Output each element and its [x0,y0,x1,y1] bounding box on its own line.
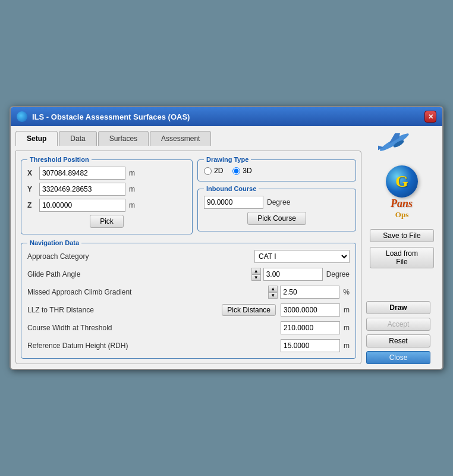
x-field-row: X m [27,167,186,180]
logo-text-row: Pans [391,198,413,210]
close-icon: ✕ [428,113,433,121]
glide-unit: Degree [326,270,350,278]
threshold-legend: Threshold Position [27,156,92,163]
threshold-position-fieldset: Threshold Position X m Y m Z [21,156,193,234]
logo-ops: Ops [395,210,408,220]
inbound-row: Degree [204,196,350,209]
main-panel: Setup Data Surfaces Assessment Threshold… [15,131,361,364]
radio-3d-label: 3D [243,167,251,175]
save-to-file-button[interactable]: Save to File [370,229,434,242]
right-panel: G Pans Ops Save to File Load from File D… [366,131,438,364]
missed-approach-label: Missed Approach Climb Gradient [27,288,265,296]
radio-3d[interactable]: 3D [232,167,251,175]
missed-input[interactable] [280,286,339,299]
missed-up-btn[interactable]: ▲ [268,286,278,292]
glide-path-label: Glide Path Angle [27,270,248,278]
y-unit: m [129,185,135,193]
globe-icon [17,111,27,122]
y-input[interactable] [39,183,125,196]
pick-btn-container: Pick [27,215,186,228]
missed-unit: % [343,288,350,296]
llz-thr-label: LLZ to THR Distance [27,306,218,314]
drawing-legend: Drawing Type [204,156,251,163]
glide-path-input-area: ▲ ▼ Degree [251,268,350,281]
radio-2d[interactable]: 2D [204,167,223,175]
z-unit: m [129,201,135,209]
reset-button[interactable]: Reset [366,334,430,347]
llz-thr-input[interactable] [281,303,340,317]
approach-category-input-area: CAT I CAT II CAT III [254,250,350,263]
missed-spinner: ▲ ▼ [268,286,278,299]
radio-group: 2D 3D [204,167,350,175]
airplane-icon [378,133,426,163]
glide-path-row: Glide Path Angle ▲ ▼ Degree [27,268,350,281]
bottom-buttons: Draw Accept Reset Close [366,301,438,364]
reference-datum-label: Reference Datum Height (RDH) [27,342,277,350]
approach-category-select[interactable]: CAT I CAT II CAT III [254,250,350,263]
load-from-file-button[interactable]: Load from File [370,247,434,268]
z-field-row: Z m [27,199,186,212]
window-title: ILS - Obstacle Assessment Surfaces (OAS) [32,112,190,121]
content-area: Setup Data Surfaces Assessment Threshold… [11,126,442,369]
inbound-unit: Degree [267,198,290,206]
tab-surfaces[interactable]: Surfaces [98,131,149,146]
course-width-input-area: m [281,321,350,334]
radio-2d-label: 2D [214,167,223,175]
reference-datum-input[interactable] [281,339,340,352]
reference-datum-input-area: m [281,339,350,352]
draw-button[interactable]: Draw [366,301,430,314]
top-fieldset-group: Threshold Position X m Y m Z [21,156,356,234]
navigation-data-fieldset: Navigation Data Approach Category CAT I … [21,239,356,359]
course-width-row: Course Width at Threshold m [27,321,350,334]
radio-2d-input[interactable] [204,167,212,175]
drawing-type-fieldset: Drawing Type 2D 3D [197,156,356,181]
inbound-input[interactable] [204,196,263,209]
x-input[interactable] [39,167,125,180]
glide-down-btn[interactable]: ▼ [251,274,261,281]
inbound-course-fieldset: Inbound Course Degree Pick Course [197,185,356,231]
reference-datum-unit: m [344,342,350,350]
approach-category-label: Approach Category [27,252,251,261]
inbound-legend: Inbound Course [204,185,259,192]
tab-setup[interactable]: Setup [15,131,58,146]
right-top-section: Drawing Type 2D 3D [197,156,356,234]
missed-approach-input-area: ▲ ▼ % [268,286,350,299]
radio-3d-input[interactable] [232,167,240,175]
approach-category-row: Approach Category CAT I CAT II CAT III [27,250,350,263]
x-label: X [27,169,37,177]
tab-bar: Setup Data Surfaces Assessment [15,131,361,146]
x-unit: m [129,169,135,177]
z-input[interactable] [39,199,125,212]
logo-pans: Pans [391,198,413,210]
glide-input[interactable] [263,268,323,281]
pick-course-container: Pick Course [204,212,350,225]
accept-button[interactable]: Accept [366,318,430,331]
y-label: Y [27,185,37,193]
z-label: Z [27,201,37,209]
tab-body-setup: Threshold Position X m Y m Z [15,151,361,364]
llz-thr-unit: m [344,306,350,314]
title-bar-left: ILS - Obstacle Assessment Surfaces (OAS) [17,111,190,122]
nav-legend: Navigation Data [27,239,81,246]
course-width-label: Course Width at Threshold [27,324,277,332]
close-button[interactable]: Close [366,351,430,364]
logo-area: G Pans Ops [378,133,426,220]
tab-data[interactable]: Data [59,131,96,146]
window-close-button[interactable]: ✕ [424,111,436,123]
pick-course-button[interactable]: Pick Course [247,212,306,225]
tab-assessment[interactable]: Assessment [150,131,211,146]
course-width-unit: m [344,324,350,332]
y-field-row: Y m [27,183,186,196]
reference-datum-row: Reference Datum Height (RDH) m [27,339,350,352]
title-bar: ILS - Obstacle Assessment Surfaces (OAS)… [11,107,442,126]
glide-up-btn[interactable]: ▲ [251,268,261,274]
logo-g-letter: G [395,172,408,191]
llz-thr-input-area: Pick Distance m [222,303,350,317]
missed-down-btn[interactable]: ▼ [268,292,278,299]
glide-spinner: ▲ ▼ [251,268,261,281]
pick-button[interactable]: Pick [90,215,124,228]
pick-distance-button[interactable]: Pick Distance [222,304,276,316]
main-window: ILS - Obstacle Assessment Surfaces (OAS)… [10,106,443,370]
course-width-input[interactable] [281,321,340,334]
llz-thr-row: LLZ to THR Distance Pick Distance m [27,303,350,317]
